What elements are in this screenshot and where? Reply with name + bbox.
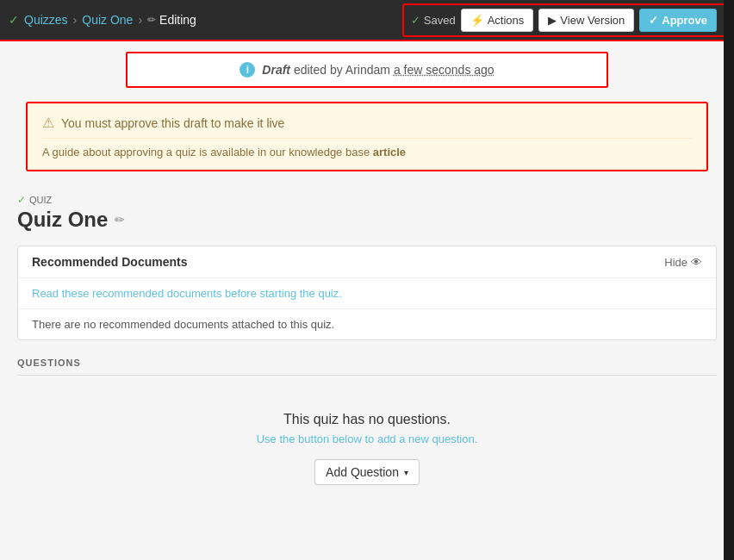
pencil-icon: ✏ bbox=[147, 14, 156, 26]
check-icon: ✓ bbox=[9, 13, 19, 27]
info-icon: i bbox=[239, 62, 255, 78]
rec-docs-intro: Read these recommended documents before … bbox=[18, 278, 716, 309]
saved-indicator: ✓ Saved bbox=[411, 14, 456, 27]
draft-notice: i Draft edited by Arindam a few seconds … bbox=[126, 52, 608, 88]
knowledge-base-article-link[interactable]: article bbox=[373, 146, 406, 159]
no-questions-subtitle: Use the button below to add a new questi… bbox=[17, 432, 717, 445]
view-version-button[interactable]: ▶ View Version bbox=[538, 9, 634, 32]
add-question-button[interactable]: Add Question ▾ bbox=[314, 459, 420, 485]
top-bar-actions: ✓ Saved ⚡ Actions ▶ View Version ✓ Appro… bbox=[402, 3, 725, 37]
breadcrumb-separator-2: › bbox=[138, 13, 142, 27]
approve-check-icon: ✓ bbox=[649, 14, 658, 27]
no-questions-title: This quiz has no questions. bbox=[17, 412, 717, 427]
play-icon: ▶ bbox=[548, 14, 557, 27]
quiz-title-text: Quiz One bbox=[17, 208, 108, 232]
breadcrumb-separator-1: › bbox=[73, 13, 78, 27]
rec-docs-empty: There are no recommended documents attac… bbox=[18, 309, 716, 339]
rec-docs-header: Recommended Documents Hide 👁 bbox=[18, 246, 716, 278]
quiz-title: Quiz One ✏ bbox=[17, 208, 717, 232]
warning-icon: ⚠ bbox=[42, 115, 54, 131]
actions-button[interactable]: ⚡ Actions bbox=[461, 9, 534, 32]
breadcrumb-current: ✏ Editing bbox=[147, 13, 196, 27]
warning-box-wrapper: ⚠ You must approve this draft to make it… bbox=[26, 102, 708, 171]
caret-down-icon: ▾ bbox=[404, 468, 408, 477]
draft-notice-text: Draft edited by Arindam a few seconds ag… bbox=[262, 63, 494, 77]
warning-title: ⚠ You must approve this draft to make it… bbox=[42, 115, 692, 139]
hide-rec-docs-button[interactable]: Hide 👁 bbox=[664, 256, 702, 269]
lightning-icon: ⚡ bbox=[470, 14, 484, 27]
main-content: ✓ QUIZ Quiz One ✏ Recommended Documents … bbox=[0, 185, 734, 520]
breadcrumb-quizzes[interactable]: Quizzes bbox=[24, 13, 68, 27]
edit-quiz-title-icon[interactable]: ✏ bbox=[115, 213, 125, 227]
approve-button[interactable]: ✓ Approve bbox=[639, 9, 717, 32]
check-saved-icon: ✓ bbox=[411, 14, 420, 27]
top-bar: ✓ Quizzes › Quiz One › ✏ Editing ✓ Saved… bbox=[0, 0, 734, 41]
quiz-label: ✓ QUIZ bbox=[17, 194, 717, 206]
questions-section: QUESTIONS This quiz has no questions. Us… bbox=[17, 358, 717, 502]
breadcrumb: ✓ Quizzes › Quiz One › ✏ Editing bbox=[9, 13, 196, 27]
recommended-docs-card: Recommended Documents Hide 👁 Read these … bbox=[17, 246, 717, 340]
breadcrumb-quiz-one[interactable]: Quiz One bbox=[82, 13, 133, 27]
quiz-check-icon: ✓ bbox=[17, 194, 26, 206]
warning-box: ⚠ You must approve this draft to make it… bbox=[28, 103, 706, 170]
warning-body: A guide about approving a quiz is availa… bbox=[42, 146, 692, 159]
no-questions-placeholder: This quiz has no questions. Use the butt… bbox=[17, 386, 717, 502]
eye-slash-icon: 👁 bbox=[691, 256, 702, 269]
right-accent-panel bbox=[724, 0, 734, 560]
questions-label: QUESTIONS bbox=[17, 358, 717, 376]
